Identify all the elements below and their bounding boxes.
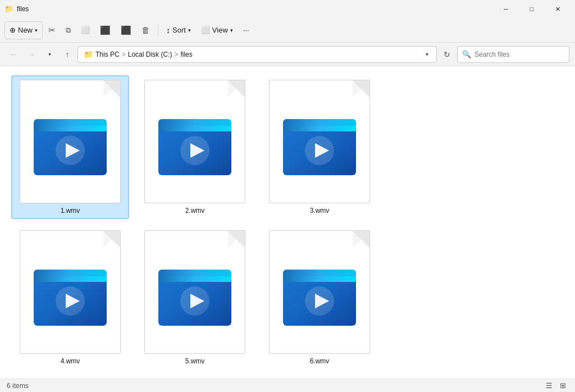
sort-label: Sort: [172, 26, 186, 34]
status-bar: 6 items ☰ ⊞: [0, 379, 575, 392]
file-label: 3.wmv: [310, 207, 330, 215]
view-dropdown-icon: ▾: [230, 28, 233, 33]
file-thumbnail: [269, 80, 370, 203]
rename-icon: ⬛: [100, 25, 111, 35]
new-plus-icon: ⊕: [10, 26, 16, 34]
refresh-button[interactable]: ↻: [439, 47, 455, 62]
wmv-icon: [283, 119, 356, 175]
svg-rect-7: [158, 126, 231, 131]
window-title: files: [17, 5, 29, 13]
main-content: 1.wmv: [0, 66, 575, 379]
toolbar: ⊕ New ▾ ✂ ⧉ ⬜ ⬛ ⬛ 🗑 ↕ Sort ▾ ⬜ View ▾ ··…: [0, 18, 575, 43]
delete-button[interactable]: 🗑: [137, 21, 154, 39]
new-label: New: [18, 26, 33, 34]
view-label: View: [212, 26, 228, 34]
file-item[interactable]: 6.wmv: [261, 226, 378, 370]
share-icon: ⬛: [121, 25, 131, 35]
wmv-icon: [283, 270, 356, 326]
wmv-icon: [158, 270, 231, 326]
address-bar: ← → ▾ ↑ 📁 This PC > Local Disk (C:) > fi…: [0, 43, 575, 66]
window-icon: 📁: [4, 4, 13, 13]
path-this-pc: This PC: [95, 51, 120, 58]
file-item[interactable]: 2.wmv: [136, 75, 254, 219]
path-dropdown-button[interactable]: ▾: [423, 51, 431, 57]
file-label: 5.wmv: [185, 357, 205, 365]
file-thumbnail: [144, 230, 245, 354]
svg-rect-17: [34, 276, 107, 282]
file-item[interactable]: 5.wmv: [136, 226, 254, 370]
file-item[interactable]: 4.wmv: [11, 226, 129, 370]
list-view-button[interactable]: ☰: [544, 380, 555, 391]
close-button[interactable]: ✕: [545, 0, 571, 18]
file-thumbnail: [20, 80, 121, 203]
title-bar-left: 📁 files: [4, 4, 29, 13]
path-folder-icon: 📁: [84, 50, 93, 59]
search-box[interactable]: 🔍: [457, 46, 569, 63]
paste-icon: ⬜: [81, 26, 90, 34]
maximize-button[interactable]: □: [519, 0, 545, 18]
file-item[interactable]: 1.wmv: [11, 75, 129, 219]
file-label: 4.wmv: [61, 357, 80, 365]
file-thumbnail: [144, 80, 245, 203]
file-label: 6.wmv: [310, 357, 330, 365]
title-bar: 📁 files ─ □ ✕: [0, 0, 575, 18]
svg-rect-2: [34, 126, 107, 131]
file-label: 1.wmv: [61, 207, 80, 215]
wmv-icon: [34, 119, 107, 175]
sort-icon: ↕: [166, 26, 170, 35]
paste-button[interactable]: ⬜: [76, 21, 94, 39]
forward-button[interactable]: →: [24, 47, 39, 62]
up-button[interactable]: ↑: [60, 47, 75, 62]
recent-button[interactable]: ▾: [42, 47, 57, 62]
more-icon: ···: [243, 26, 249, 34]
path-sep-1: >: [122, 51, 126, 58]
file-grid: 1.wmv: [9, 73, 566, 372]
copy-icon: ⧉: [66, 26, 71, 35]
copy-button[interactable]: ⧉: [61, 21, 75, 39]
cut-icon: ✂: [48, 25, 56, 35]
file-item[interactable]: 3.wmv: [261, 75, 378, 219]
toolbar-separator: [158, 25, 158, 36]
path-text: This PC > Local Disk (C:) > files: [95, 51, 193, 58]
search-icon: 🔍: [462, 50, 471, 58]
back-button[interactable]: ←: [6, 47, 21, 62]
new-button[interactable]: ⊕ New ▾: [4, 21, 43, 39]
delete-icon: 🗑: [142, 25, 150, 35]
new-dropdown-icon: ▾: [35, 28, 38, 33]
svg-rect-22: [158, 276, 231, 282]
minimize-button[interactable]: ─: [493, 0, 519, 18]
address-path[interactable]: 📁 This PC > Local Disk (C:) > files ▾: [77, 46, 437, 63]
title-bar-controls: ─ □ ✕: [493, 0, 571, 18]
cut-button[interactable]: ✂: [44, 21, 60, 39]
view-icon: ⬜: [201, 26, 210, 34]
view-button[interactable]: ⬜ View ▾: [197, 21, 238, 39]
more-button[interactable]: ···: [239, 21, 254, 39]
sort-button[interactable]: ↕ Sort ▾: [162, 21, 195, 39]
share-button[interactable]: ⬛: [116, 21, 136, 39]
status-view-icons: ☰ ⊞: [544, 380, 568, 391]
wmv-icon: [158, 119, 231, 175]
grid-view-button[interactable]: ⊞: [557, 380, 568, 391]
rename-button[interactable]: ⬛: [95, 21, 115, 39]
search-input[interactable]: [474, 51, 564, 58]
path-local-disk: Local Disk (C:): [128, 51, 172, 58]
file-thumbnail: [20, 230, 121, 354]
path-sep-2: >: [174, 51, 178, 58]
svg-rect-12: [283, 126, 356, 131]
wmv-icon: [34, 270, 107, 326]
path-files: files: [180, 51, 192, 58]
sort-dropdown-icon: ▾: [188, 28, 191, 33]
file-thumbnail: [269, 230, 370, 354]
status-count: 6 items: [7, 382, 29, 390]
svg-rect-27: [283, 276, 356, 282]
file-label: 2.wmv: [185, 207, 205, 215]
